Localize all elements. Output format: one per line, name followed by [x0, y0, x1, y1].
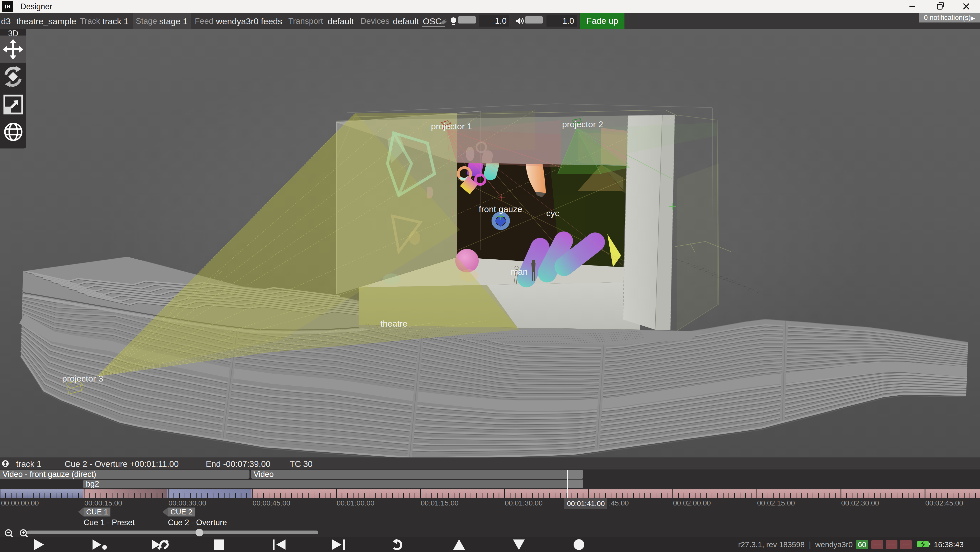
svg-text:projector 3: projector 3 — [62, 374, 103, 383]
svg-text:theatre: theatre — [380, 319, 407, 328]
svg-text:projector 2: projector 2 — [562, 119, 603, 129]
svg-text:front gauze: front gauze — [479, 204, 522, 214]
svg-text:projector 1: projector 1 — [431, 121, 472, 131]
svg-text:cyc: cyc — [546, 208, 559, 218]
svg-text:man: man — [511, 267, 528, 277]
